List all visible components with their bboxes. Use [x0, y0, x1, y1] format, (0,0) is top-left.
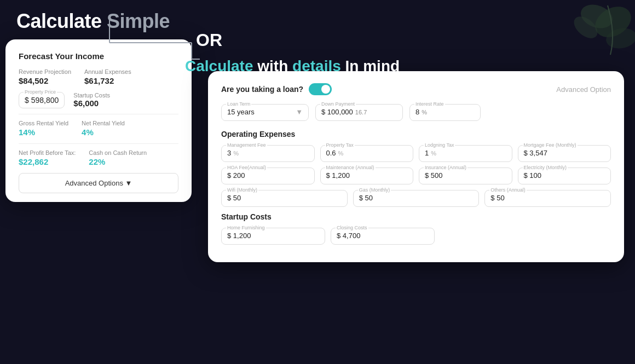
lodging-tax-label: Lodgning Tax [424, 142, 455, 148]
gas-label: Gas (Monthly) [358, 187, 391, 193]
mortgage-fee-value: $ 3,547 [524, 149, 605, 157]
metrics-row-1: Revenue Projection $84,502 Annual Expens… [19, 68, 178, 85]
metrics-row-2: Gross Rental Yield 14% Net Rental Yield … [19, 120, 178, 137]
interest-rate-value: 8 % [415, 108, 475, 116]
advanced-option-link[interactable]: Advanced Option [556, 85, 611, 94]
loan-row: Are you taking a loan? Advanced Option [221, 83, 611, 95]
closing-costs-value: $ 4,700 [337, 232, 429, 240]
divider-1 [19, 114, 178, 114]
revenue-label: Revenue Projection [19, 68, 71, 75]
revenue-projection: Revenue Projection $84,502 [19, 68, 71, 85]
startup-costs-label: Startup Costs [73, 92, 110, 99]
mgmt-fee-field[interactable]: Management Fee 3 % [221, 145, 315, 162]
net-profit-value: $22,862 [19, 157, 76, 166]
cash-return-label: Cash on Cash Return [89, 149, 147, 156]
insurance-label: Insurance (Annual) [424, 165, 467, 170]
property-price-value: $ 598,800 [25, 96, 59, 105]
gas-field[interactable]: Gas (Monthly) $ 50 [353, 190, 480, 207]
gross-yield-label: Gross Rental Yield [19, 120, 68, 126]
expenses-value: $61,732 [84, 76, 131, 85]
maintenance-value: $ 1,200 [326, 171, 408, 180]
wifi-value: $ 50 [227, 194, 342, 202]
insurance-field[interactable]: Insurance (Annual) $ 500 [419, 167, 512, 184]
gas-value: $ 50 [359, 194, 474, 202]
cash-return-value: 22% [89, 157, 147, 166]
loan-fields: Loan Term 15 years ▼ Down Payment $ 100,… [221, 104, 611, 121]
mgmt-fee-label: Management Fee [226, 142, 267, 148]
mgmt-fee-value: 3 % [227, 149, 309, 157]
mortgage-fee-field[interactable]: Mortgage Fee (Monthly) $ 3,547 [518, 145, 611, 162]
cash-return: Cash on Cash Return 22% [89, 149, 147, 166]
net-yield-label: Net Rental Yield [82, 120, 125, 126]
home-furnishing-value: $ 1,200 [227, 232, 319, 240]
property-tax-value: 0.6 % [326, 149, 408, 157]
startup-costs-title: Startup Costs [221, 212, 611, 221]
hoa-fee-label: HOA Fee(Annual) [226, 165, 267, 170]
operating-expenses-grid-2: HOA Fee(Annual) $ 200 Maintenance (Annua… [221, 167, 611, 184]
loan-term-value: 15 years ▼ [227, 108, 303, 116]
home-furnishing-field[interactable]: Home Furnishing $ 1,200 [221, 228, 325, 245]
property-tax-label: Property Tax [325, 142, 355, 148]
maintenance-field[interactable]: Maintenance (Annual) $ 1,200 [320, 167, 414, 184]
divider-2 [19, 143, 178, 144]
operating-expenses-grid-1: Management Fee 3 % Property Tax 0.6 % Lo… [221, 145, 611, 162]
maintenance-label: Maintenance (Annual) [325, 165, 376, 170]
headline-bottom: Calculate with details In mind [185, 57, 400, 75]
startup-costs-grid: Home Furnishing $ 1,200 Closing Costs $ … [221, 228, 435, 245]
wifi-field[interactable]: Wifi (Monthly) $ 50 [221, 190, 348, 207]
down-payment-label: Down Payment [320, 101, 356, 107]
input-row-1: Property Price $ 598,800 Startup Costs $… [19, 92, 178, 108]
electricity-label: Electricity (Monthly) [523, 165, 568, 170]
others-label: Others (Annual) [489, 187, 527, 193]
wifi-label: Wifi (Monthly) [226, 187, 258, 193]
others-value: $ 50 [490, 194, 605, 202]
loan-term-field[interactable]: Loan Term 15 years ▼ [221, 104, 309, 121]
property-price-field[interactable]: Property Price $ 598,800 [19, 92, 65, 108]
hoa-fee-field[interactable]: HOA Fee(Annual) $ 200 [221, 167, 315, 184]
advanced-options-button[interactable]: Advanced Options ▼ [19, 173, 178, 193]
others-field[interactable]: Others (Annual) $ 50 [484, 190, 611, 207]
net-profit-label: Net Profit Before Tax: [19, 149, 76, 156]
startup-cost: Startup Costs $6,000 [73, 92, 110, 108]
closing-costs-field[interactable]: Closing Costs $ 4,700 [331, 228, 435, 245]
closing-costs-label: Closing Costs [336, 225, 368, 230]
gross-yield: Gross Rental Yield 14% [19, 120, 68, 137]
startup-costs-value: $6,000 [73, 99, 110, 108]
lodging-tax-value: 1 % [425, 149, 506, 157]
net-yield: Net Rental Yield 4% [82, 120, 125, 137]
loan-term-label: Loan Term [226, 101, 251, 107]
net-yield-value: 4% [82, 128, 125, 137]
operating-expenses-title: Operating Expenses [221, 130, 611, 138]
interest-rate-label: Interest Rate [414, 101, 445, 107]
headline-details: Calculate with details In mind [185, 57, 400, 75]
loan-question: Are you taking a loan? [221, 83, 332, 95]
revenue-value: $84,502 [19, 76, 71, 85]
net-profit: Net Profit Before Tax: $22,862 [19, 149, 76, 166]
insurance-value: $ 500 [425, 171, 506, 180]
metrics-row-3: Net Profit Before Tax: $22,862 Cash on C… [19, 149, 178, 166]
mortgage-fee-label: Mortgage Fee (Monthly) [523, 142, 578, 148]
annual-expenses: Annual Expenses $61,732 [84, 68, 131, 85]
hoa-fee-value: $ 200 [227, 171, 309, 180]
gross-yield-value: 14% [19, 128, 68, 137]
details-card: Are you taking a loan? Advanced Option L… [208, 71, 624, 262]
lodging-tax-field[interactable]: Lodgning Tax 1 % [419, 145, 512, 162]
interest-rate-field[interactable]: Interest Rate 8 % [409, 104, 481, 121]
electricity-value: $ 100 [524, 171, 605, 180]
operating-expenses-grid-3: Wifi (Monthly) $ 50 Gas (Monthly) $ 50 O… [221, 190, 611, 207]
home-furnishing-label: Home Furnishing [226, 225, 266, 230]
down-payment-value: $ 100,000 16.7 [321, 108, 397, 116]
expenses-label: Annual Expenses [84, 68, 131, 75]
loan-toggle[interactable] [309, 83, 332, 95]
property-price-label: Property Price [24, 89, 57, 95]
down-payment-field[interactable]: Down Payment $ 100,000 16.7 [315, 104, 403, 121]
property-tax-field[interactable]: Property Tax 0.6 % [320, 145, 414, 162]
electricity-field[interactable]: Electricity (Monthly) $ 100 [518, 167, 611, 184]
